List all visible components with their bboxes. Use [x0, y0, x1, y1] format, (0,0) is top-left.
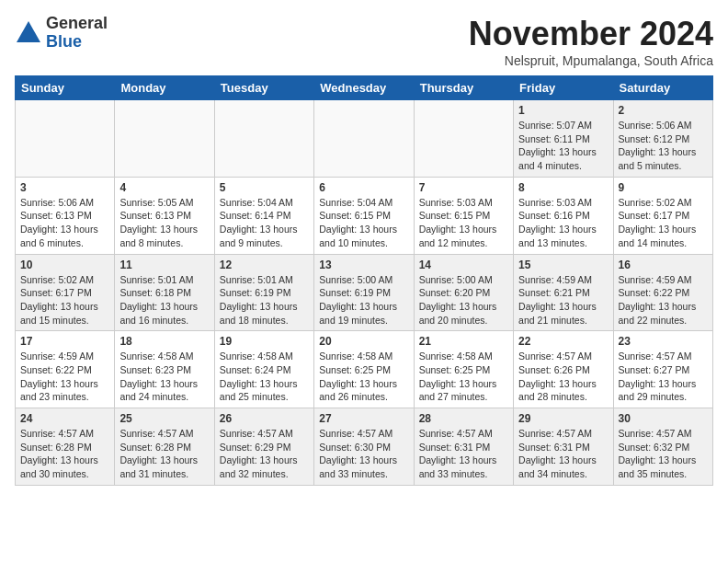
- page-header: General Blue November 2024 Nelspruit, Mp…: [15, 15, 713, 68]
- day-number: 10: [20, 259, 109, 271]
- day-info: Sunrise: 5:00 AM Sunset: 6:19 PM Dayligh…: [319, 273, 408, 327]
- day-number: 3: [20, 181, 109, 194]
- day-info: Sunrise: 4:59 AM Sunset: 6:21 PM Dayligh…: [518, 273, 608, 327]
- calendar-cell: 10Sunrise: 5:02 AM Sunset: 6:17 PM Dayli…: [16, 254, 115, 331]
- calendar-cell: 24Sunrise: 4:57 AM Sunset: 6:28 PM Dayli…: [16, 408, 115, 486]
- day-info: Sunrise: 4:58 AM Sunset: 6:25 PM Dayligh…: [319, 350, 408, 404]
- calendar-cell: 12Sunrise: 5:01 AM Sunset: 6:19 PM Dayli…: [214, 254, 313, 331]
- day-info: Sunrise: 4:58 AM Sunset: 6:25 PM Dayligh…: [419, 350, 508, 404]
- location-subtitle: Nelspruit, Mpumalanga, South Africa: [469, 53, 713, 68]
- calendar-cell: 23Sunrise: 4:57 AM Sunset: 6:27 PM Dayli…: [613, 331, 712, 408]
- day-info: Sunrise: 5:02 AM Sunset: 6:17 PM Dayligh…: [20, 273, 109, 327]
- day-number: 15: [518, 259, 608, 271]
- day-number: 1: [518, 104, 608, 117]
- calendar-week-1: 1Sunrise: 5:07 AM Sunset: 6:11 PM Daylig…: [16, 100, 713, 178]
- day-number: 7: [419, 181, 508, 194]
- calendar-cell: 20Sunrise: 4:58 AM Sunset: 6:25 PM Dayli…: [314, 331, 414, 408]
- calendar-cell: 30Sunrise: 4:57 AM Sunset: 6:32 PM Dayli…: [613, 408, 712, 486]
- day-info: Sunrise: 4:57 AM Sunset: 6:28 PM Dayligh…: [20, 427, 109, 481]
- calendar-cell: 5Sunrise: 5:04 AM Sunset: 6:14 PM Daylig…: [214, 177, 313, 254]
- title-block: November 2024 Nelspruit, Mpumalanga, Sou…: [469, 15, 713, 68]
- day-number: 30: [619, 412, 708, 425]
- day-info: Sunrise: 5:00 AM Sunset: 6:20 PM Dayligh…: [419, 273, 508, 327]
- calendar-week-3: 10Sunrise: 5:02 AM Sunset: 6:17 PM Dayli…: [16, 254, 713, 331]
- day-info: Sunrise: 4:57 AM Sunset: 6:31 PM Dayligh…: [518, 427, 608, 481]
- day-number: 9: [619, 181, 708, 194]
- day-number: 12: [220, 259, 309, 271]
- day-number: 6: [319, 181, 408, 194]
- calendar-cell: [314, 100, 414, 178]
- day-info: Sunrise: 5:06 AM Sunset: 6:12 PM Dayligh…: [619, 119, 708, 173]
- day-info: Sunrise: 5:04 AM Sunset: 6:14 PM Dayligh…: [220, 196, 309, 250]
- calendar-cell: [115, 100, 214, 178]
- day-info: Sunrise: 5:01 AM Sunset: 6:19 PM Dayligh…: [220, 273, 309, 327]
- logo-icon: [15, 19, 42, 47]
- day-number: 18: [119, 335, 209, 348]
- weekday-header-sunday: Sunday: [16, 76, 115, 100]
- weekday-header-tuesday: Tuesday: [214, 76, 313, 100]
- day-info: Sunrise: 5:01 AM Sunset: 6:18 PM Dayligh…: [119, 273, 209, 327]
- calendar-week-2: 3Sunrise: 5:06 AM Sunset: 6:13 PM Daylig…: [16, 177, 713, 254]
- day-info: Sunrise: 4:58 AM Sunset: 6:24 PM Dayligh…: [220, 350, 309, 404]
- day-number: 27: [319, 412, 408, 425]
- weekday-header-saturday: Saturday: [613, 76, 712, 100]
- day-number: 29: [518, 412, 608, 425]
- day-number: 21: [419, 335, 508, 348]
- calendar-cell: 19Sunrise: 4:58 AM Sunset: 6:24 PM Dayli…: [214, 331, 313, 408]
- day-info: Sunrise: 4:57 AM Sunset: 6:31 PM Dayligh…: [419, 427, 508, 481]
- day-number: 19: [220, 335, 309, 348]
- calendar-cell: 7Sunrise: 5:03 AM Sunset: 6:15 PM Daylig…: [414, 177, 513, 254]
- calendar-cell: 11Sunrise: 5:01 AM Sunset: 6:18 PM Dayli…: [115, 254, 214, 331]
- calendar-cell: 8Sunrise: 5:03 AM Sunset: 6:16 PM Daylig…: [514, 177, 613, 254]
- day-number: 5: [220, 181, 309, 194]
- calendar-cell: 27Sunrise: 4:57 AM Sunset: 6:30 PM Dayli…: [314, 408, 414, 486]
- svg-marker-0: [17, 21, 40, 42]
- calendar-cell: [214, 100, 313, 178]
- weekday-header-thursday: Thursday: [414, 76, 513, 100]
- weekday-header-row: SundayMondayTuesdayWednesdayThursdayFrid…: [16, 76, 713, 100]
- day-info: Sunrise: 5:04 AM Sunset: 6:15 PM Dayligh…: [319, 196, 408, 250]
- calendar-cell: 14Sunrise: 5:00 AM Sunset: 6:20 PM Dayli…: [414, 254, 513, 331]
- day-number: 28: [419, 412, 508, 425]
- calendar-cell: 17Sunrise: 4:59 AM Sunset: 6:22 PM Dayli…: [16, 331, 115, 408]
- day-info: Sunrise: 4:57 AM Sunset: 6:26 PM Dayligh…: [518, 350, 608, 404]
- day-info: Sunrise: 5:03 AM Sunset: 6:15 PM Dayligh…: [419, 196, 508, 250]
- weekday-header-wednesday: Wednesday: [314, 76, 414, 100]
- calendar-table: SundayMondayTuesdayWednesdayThursdayFrid…: [15, 75, 713, 486]
- day-info: Sunrise: 5:03 AM Sunset: 6:16 PM Dayligh…: [518, 196, 608, 250]
- day-number: 26: [220, 412, 309, 425]
- day-info: Sunrise: 4:58 AM Sunset: 6:23 PM Dayligh…: [119, 350, 209, 404]
- calendar-cell: 9Sunrise: 5:02 AM Sunset: 6:17 PM Daylig…: [613, 177, 712, 254]
- day-info: Sunrise: 4:57 AM Sunset: 6:27 PM Dayligh…: [619, 350, 708, 404]
- logo-text: General Blue: [46, 15, 108, 52]
- calendar-cell: [16, 100, 115, 178]
- day-number: 11: [119, 259, 209, 271]
- day-number: 13: [319, 259, 408, 271]
- calendar-cell: 13Sunrise: 5:00 AM Sunset: 6:19 PM Dayli…: [314, 254, 414, 331]
- day-info: Sunrise: 4:57 AM Sunset: 6:28 PM Dayligh…: [119, 427, 209, 481]
- day-number: 22: [518, 335, 608, 348]
- day-number: 4: [119, 181, 209, 194]
- calendar-cell: 15Sunrise: 4:59 AM Sunset: 6:21 PM Dayli…: [514, 254, 613, 331]
- logo: General Blue: [15, 15, 108, 52]
- day-info: Sunrise: 5:02 AM Sunset: 6:17 PM Dayligh…: [619, 196, 708, 250]
- calendar-cell: 25Sunrise: 4:57 AM Sunset: 6:28 PM Dayli…: [115, 408, 214, 486]
- day-number: 25: [119, 412, 209, 425]
- calendar-cell: 16Sunrise: 4:59 AM Sunset: 6:22 PM Dayli…: [613, 254, 712, 331]
- month-title: November 2024: [469, 15, 713, 53]
- day-info: Sunrise: 4:57 AM Sunset: 6:30 PM Dayligh…: [319, 427, 408, 481]
- calendar-cell: 21Sunrise: 4:58 AM Sunset: 6:25 PM Dayli…: [414, 331, 513, 408]
- day-number: 2: [619, 104, 708, 117]
- day-info: Sunrise: 4:57 AM Sunset: 6:32 PM Dayligh…: [619, 427, 708, 481]
- calendar-cell: 1Sunrise: 5:07 AM Sunset: 6:11 PM Daylig…: [514, 100, 613, 178]
- weekday-header-friday: Friday: [514, 76, 613, 100]
- day-number: 23: [619, 335, 708, 348]
- calendar-cell: 3Sunrise: 5:06 AM Sunset: 6:13 PM Daylig…: [16, 177, 115, 254]
- calendar-cell: 6Sunrise: 5:04 AM Sunset: 6:15 PM Daylig…: [314, 177, 414, 254]
- day-number: 16: [619, 259, 708, 271]
- day-number: 14: [419, 259, 508, 271]
- calendar-cell: [414, 100, 513, 178]
- day-info: Sunrise: 4:59 AM Sunset: 6:22 PM Dayligh…: [20, 350, 109, 404]
- day-info: Sunrise: 5:07 AM Sunset: 6:11 PM Dayligh…: [518, 119, 608, 173]
- day-number: 20: [319, 335, 408, 348]
